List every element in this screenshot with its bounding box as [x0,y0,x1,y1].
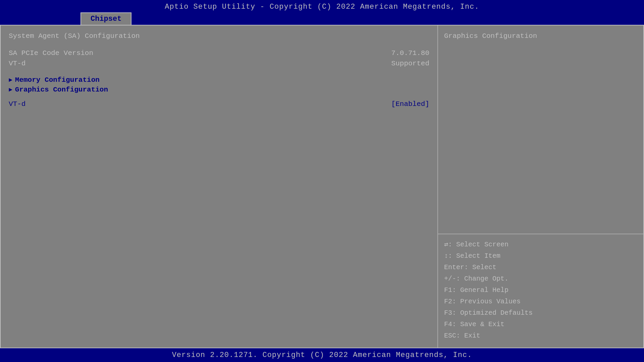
tab-row: Chipset [0,12,644,25]
info-row-pcie: SA PCIe Code Version 7.0.71.80 [9,49,429,57]
menu-item-graphics[interactable]: ► Graphics Configuration [9,86,429,94]
graphics-config-label: Graphics Configuration [15,86,108,94]
section-title: System Agent (SA) Configuration [9,32,429,40]
help-select-item: ↕: Select Item [444,251,637,261]
header-title: Aptio Setup Utility - Copyright (C) 2022… [165,3,479,11]
setting-row-vtd[interactable]: VT-d [Enabled] [9,100,429,108]
right-top: Graphics Configuration [438,25,643,234]
footer-text: Version 2.20.1271. Copyright (C) 2022 Am… [172,351,472,359]
help-f1: F1: General Help [444,285,637,295]
bios-screen: Aptio Setup Utility - Copyright (C) 2022… [0,0,644,362]
vtd-setting-label: VT-d [9,100,25,108]
vtd-info-value: Supported [391,60,429,67]
left-panel: System Agent (SA) Configuration SA PCIe … [1,25,438,348]
menu-item-memory[interactable]: ► Memory Configuration [9,76,429,84]
memory-config-label: Memory Configuration [15,76,100,84]
arrow-icon-memory: ► [9,77,12,83]
help-f2: F2: Previous Values [444,297,637,307]
help-esc: ESC: Exit [444,331,637,341]
main-area: System Agent (SA) Configuration SA PCIe … [0,25,644,348]
help-section: ⇄: Select Screen ↕: Select Item Enter: S… [438,234,643,348]
help-change-opt: +/-: Change Opt. [444,274,637,284]
pcie-label: SA PCIe Code Version [9,49,93,57]
help-f4: F4: Save & Exit [444,319,637,329]
info-row-vtd: VT-d Supported [9,60,429,67]
pcie-value: 7.0.71.80 [391,49,429,57]
right-panel-title: Graphics Configuration [444,32,637,40]
help-enter-select: Enter: Select [444,262,637,273]
help-f3: F3: Optimized Defaults [444,308,637,318]
vtd-setting-value: [Enabled] [391,100,429,108]
footer-bar: Version 2.20.1271. Copyright (C) 2022 Am… [0,348,644,362]
right-panel: Graphics Configuration ⇄: Select Screen … [438,25,643,348]
arrow-icon-graphics: ► [9,86,12,93]
tab-chipset[interactable]: Chipset [80,12,131,25]
help-select-screen: ⇄: Select Screen [444,240,637,250]
header-bar: Aptio Setup Utility - Copyright (C) 2022… [0,0,644,12]
vtd-info-label: VT-d [9,60,25,67]
